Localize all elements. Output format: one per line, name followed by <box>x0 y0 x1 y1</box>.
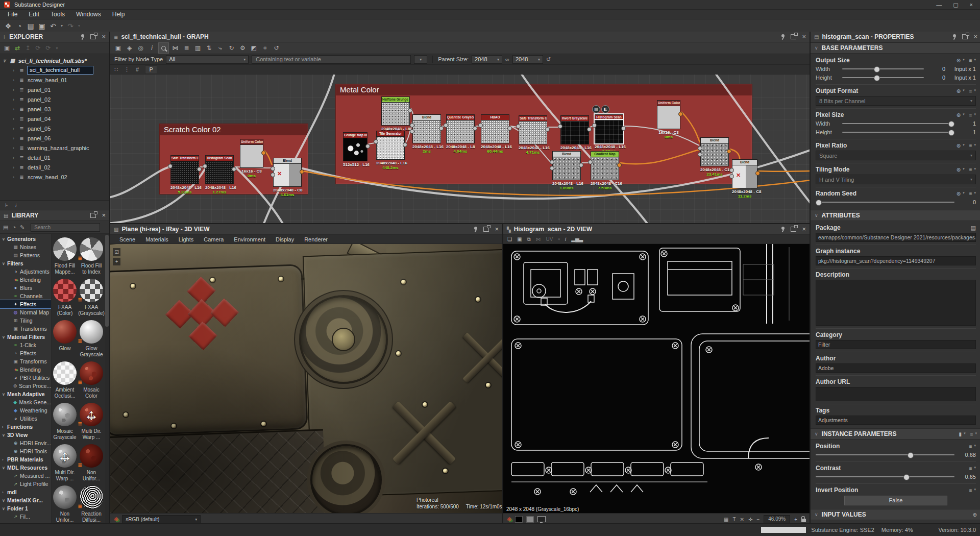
frame-icon[interactable]: ⌗ <box>260 43 270 53</box>
library-item[interactable]: ≣ Multi Dir.Warp ... <box>78 400 105 442</box>
tree-item[interactable]: panel_03 <box>0 104 109 114</box>
close-icon[interactable]: × <box>973 34 977 39</box>
expand-chevron-icon[interactable] <box>11 136 16 141</box>
library-category[interactable]: Filters <box>0 259 51 267</box>
graph-node[interactable]: Uniform Color 16x16 - C8 0ms <box>240 139 263 178</box>
library-item[interactable]: ≣ Flood Fillto Index <box>78 235 105 276</box>
copy-image-icon[interactable]: ⧉ <box>527 236 530 242</box>
redo-history-icon[interactable]: ▾ <box>77 20 82 32</box>
library-scrollbar[interactable] <box>105 234 109 524</box>
tiling-mode-select[interactable]: H and V Tiling▾ <box>816 175 976 184</box>
graph-node[interactable]: Uniform Color 16x16 - C8 0ms <box>657 100 680 139</box>
node-creation-icon[interactable]: ≣ <box>182 43 191 53</box>
new-substance-icon[interactable]: ❖ <box>3 20 13 32</box>
screenshot-icon[interactable]: ◎ <box>136 43 145 53</box>
close-icon[interactable]: × <box>102 213 106 218</box>
library-category[interactable]: Channels <box>0 292 51 300</box>
output-port[interactable] <box>439 126 444 131</box>
graph-node[interactable]: Safe Transform Graysc... 2048x2048 - L16… <box>519 115 547 155</box>
add-filter-icon[interactable]: ◔ <box>12 224 16 230</box>
menu-icon[interactable]: ≡ <box>969 167 972 173</box>
library-category[interactable]: Fil... <box>0 513 51 521</box>
input-port[interactable] <box>550 166 554 170</box>
library-category[interactable]: Transforms <box>0 325 51 333</box>
output-port[interactable] <box>678 112 683 116</box>
output-height-slider[interactable] <box>842 77 924 78</box>
reset-size-icon[interactable]: ↺ <box>546 56 551 63</box>
input-port[interactable] <box>729 168 734 173</box>
expand-chevron-icon[interactable] <box>11 175 16 180</box>
add-folder-icon[interactable]: ▤ <box>3 224 8 231</box>
input-port[interactable] <box>410 123 414 128</box>
colorspace-select[interactable]: sRGB (default)▾ <box>122 515 201 524</box>
menu-icon[interactable]: ≡ <box>969 88 972 94</box>
description-field[interactable] <box>816 280 976 326</box>
pin-icon[interactable] <box>951 34 957 40</box>
instance-parameters-section[interactable]: ∨INSTANCE PARAMETERS ▮▾≡▾ <box>811 428 980 440</box>
tree-item[interactable]: screw_head_02 <box>0 172 109 182</box>
uv-toggle[interactable]: UV <box>546 236 553 242</box>
tree-item[interactable]: panel_02 <box>0 94 109 104</box>
input-port[interactable] <box>374 139 378 144</box>
tree-item[interactable]: panel_04 <box>0 114 109 124</box>
function-icon[interactable]: ⊛ <box>957 88 961 94</box>
menu-item[interactable]: Help <box>107 11 131 18</box>
library-item[interactable]: ≣ FXAA(Grayscale) <box>78 276 105 318</box>
output-port[interactable] <box>579 163 583 167</box>
menu-icon[interactable]: ≡ <box>969 466 972 471</box>
link-package-icon[interactable]: ⇄ <box>15 44 20 52</box>
close-icon[interactable]: × <box>102 34 106 39</box>
pixel-width-slider[interactable] <box>842 123 954 124</box>
input-port[interactable] <box>698 146 702 151</box>
save-image-icon[interactable]: ▣ <box>517 236 522 242</box>
containing-dropdown-button[interactable]: ▾ <box>414 55 427 64</box>
bake-icon[interactable]: ◩ <box>249 43 259 53</box>
library-category[interactable]: mdl <box>0 488 51 496</box>
output-port[interactable] <box>587 127 592 132</box>
input-port[interactable] <box>271 166 275 171</box>
library-category[interactable]: Material Filters <box>0 333 51 341</box>
menu-icon[interactable]: ≡ <box>969 191 972 197</box>
expand-chevron-icon[interactable] <box>11 87 16 92</box>
input-port[interactable] <box>550 160 554 164</box>
graph-node[interactable]: Blend 2048x2048 - C16 23.41ms <box>700 137 729 177</box>
float-icon[interactable] <box>90 34 96 39</box>
library-category[interactable]: Blurs <box>0 284 51 292</box>
graph-node[interactable]: Blend 2048x2048 - L16 2ms <box>412 114 441 154</box>
library-category[interactable]: HDRI Tools <box>0 447 51 455</box>
library-category[interactable]: Blending <box>0 276 51 284</box>
properties-tab-title[interactable]: histogram_scan - PROPERTIES <box>822 33 914 40</box>
input-port[interactable] <box>516 124 521 129</box>
tree-item[interactable]: sci_fi_technical_hull <box>0 65 109 75</box>
graph-node[interactable]: Tile Generator 2048x2048 - L16 448.2ms <box>376 131 405 170</box>
library-category[interactable]: Adjustments <box>0 267 51 276</box>
input-port[interactable] <box>592 123 597 128</box>
outline-tab-icon[interactable]: ⊦ <box>5 202 8 209</box>
library-category[interactable]: Generators <box>0 235 51 243</box>
library-category[interactable]: Light Profile <box>0 480 51 488</box>
histogram-icon[interactable]: ▂▅▃ <box>571 236 583 242</box>
graph-node[interactable]: Blend 2048x2048 - C8 4.61ms <box>273 158 302 197</box>
view3d-menu-item[interactable]: Materials <box>140 236 174 242</box>
graph-node[interactable]: Halftone Grunge 4k 2048x2048 - L8 242.33… <box>381 96 410 136</box>
preview-mode-icon[interactable]: ∷ <box>114 66 118 73</box>
fit-view-icon[interactable]: ▣ <box>113 43 123 53</box>
menu-icon[interactable]: ≡ <box>969 143 972 149</box>
library-item[interactable]: ≣ AmbientOcclusi... <box>52 359 78 400</box>
position-value[interactable]: 0.68 <box>959 452 976 458</box>
library-category[interactable]: Normal Map <box>0 308 51 316</box>
library-category[interactable]: Blending <box>0 366 51 374</box>
float-icon[interactable] <box>90 213 96 218</box>
expand-chevron-icon[interactable] <box>11 68 16 73</box>
output-port[interactable] <box>408 108 412 113</box>
attributes-section[interactable]: ∨ATTRIBUTES <box>811 210 980 221</box>
background-swatch[interactable] <box>515 516 523 523</box>
view3d-menu-item[interactable]: Environment <box>229 236 271 242</box>
category-field[interactable]: Filter <box>816 340 976 349</box>
clear-view-icon[interactable]: ✕ <box>740 517 744 522</box>
grid-swatch[interactable] <box>526 516 534 523</box>
library-category[interactable]: PBR Materials <box>0 455 51 464</box>
input-port[interactable] <box>588 160 593 164</box>
pan-icon[interactable]: ✛ <box>748 517 752 522</box>
library-item[interactable]: ≣ ReactionDiffusi... <box>78 483 105 524</box>
